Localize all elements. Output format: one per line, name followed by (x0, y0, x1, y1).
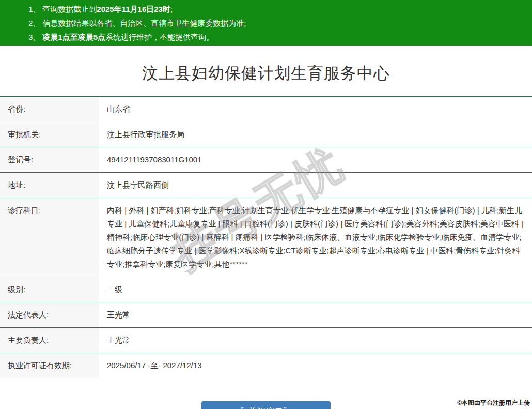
upload-copyright-watermark: ©本图由平台注册用户上传 (457, 399, 530, 407)
row-label: 主要负责人: (0, 328, 99, 353)
notice-item-number: 2、 (28, 19, 40, 27)
table-row: 诊疗科目: 内科 | 外科 | 妇产科;妇科专业;产科专业;计划生育专业;优生学… (0, 198, 532, 277)
info-table: 省份: 山东省 审批机关: 汶上县行政审批服务局 登记号: 4941211193… (0, 96, 532, 378)
notice-item: 3、凌晨1点至凌晨5点系统进行维护，不能提供查询。 (28, 30, 527, 44)
row-value: 山东省 (99, 97, 532, 122)
row-label: 登记号: (0, 147, 99, 173)
info-table-body: 省份: 山东省 审批机关: 汶上县行政审批服务局 登记号: 4941211193… (0, 97, 532, 378)
close-window-button[interactable]: 〖关闭窗口〗 (201, 401, 331, 409)
notice-item-text-after: 系统进行维护，不能提供查询。 (105, 33, 214, 41)
row-label: 省份: (0, 97, 99, 122)
row-value: 49412111937083011G1001 (99, 147, 532, 173)
notice-item: 1、查询数据截止到2025年11月16日23时; (28, 2, 527, 16)
table-row: 执业许可证有效期: 2025/06/17 -至- 2027/12/13 (0, 353, 532, 378)
notice-item-text: 查询数据截止到 (42, 5, 97, 13)
row-value: 二级 (99, 277, 532, 302)
notice-item-bold-text: 凌晨1点至凌晨5点 (42, 33, 105, 41)
table-row: 主要负责人: 王光常 (0, 328, 532, 353)
row-value: 王光常 (99, 302, 532, 328)
row-value: 王光常 (99, 328, 532, 353)
notice-item-bold-text: 2025年11月16日23时 (97, 5, 170, 13)
table-row: 地址: 汶上县宁民路西侧 (0, 173, 532, 198)
row-label: 诊疗科目: (0, 198, 99, 277)
row-value: 内科 | 外科 | 妇产科;妇科专业;产科专业;计划生育专业;优生学专业;生殖健… (99, 198, 532, 277)
row-label: 法定代表人: (0, 302, 99, 328)
table-row: 省份: 山东省 (0, 97, 532, 122)
notice-item-number: 3、 (28, 33, 40, 41)
row-value: 汶上县行政审批服务局 (99, 122, 532, 147)
row-label: 审批机关: (0, 122, 99, 147)
notice-banner: 1、查询数据截止到2025年11月16日23时; 2、信息数据结果以各省、自治区… (0, 0, 532, 46)
notice-item: 2、信息数据结果以各省、自治区、直辖市卫生健康委数据为准; (28, 16, 527, 30)
notice-item-number: 1、 (28, 5, 40, 13)
row-value: 2025/06/17 -至- 2027/12/13 (99, 353, 532, 378)
notice-item-text: 信息数据结果以各省、自治区、直辖市卫生健康委数据为准; (42, 19, 246, 27)
row-value: 汶上县宁民路西侧 (99, 173, 532, 198)
notice-item-text-after: ; (170, 5, 173, 13)
page-title: 汶上县妇幼保健计划生育服务中心 (0, 63, 532, 84)
table-row: 登记号: 49412111937083011G1001 (0, 147, 532, 173)
table-row: 法定代表人: 王光常 (0, 302, 532, 328)
row-label: 地址: (0, 173, 99, 198)
table-row: 审批机关: 汶上县行政审批服务局 (0, 122, 532, 147)
row-label: 级别: (0, 277, 99, 302)
row-label: 执业许可证有效期: (0, 353, 99, 378)
table-row: 级别: 二级 (0, 277, 532, 302)
